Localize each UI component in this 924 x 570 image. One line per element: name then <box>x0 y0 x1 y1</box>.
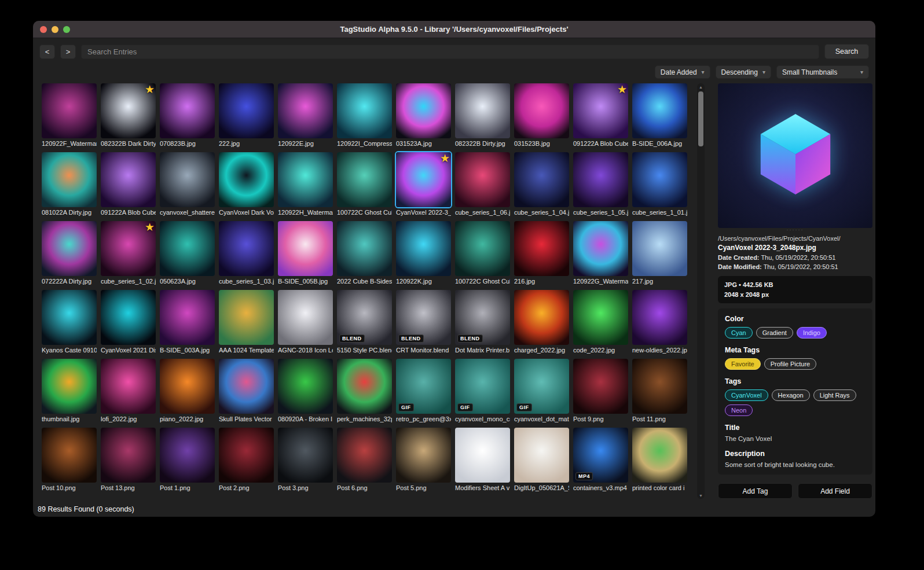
thumbnail-image[interactable] <box>573 152 628 207</box>
tag-pill[interactable]: Hexagon <box>772 389 810 401</box>
close-button[interactable] <box>40 26 47 33</box>
grid-item[interactable]: 050623A.jpg <box>160 221 215 285</box>
thumbnail-image[interactable] <box>278 152 333 207</box>
thumbnail-image[interactable] <box>455 428 510 483</box>
thumbnail-image[interactable] <box>337 83 392 138</box>
thumbnail-image[interactable]: BLEND <box>455 290 510 345</box>
search-input[interactable] <box>81 45 819 59</box>
minimize-button[interactable] <box>52 26 58 33</box>
grid-item[interactable]: CyanVoxel 2021 Dis <box>101 290 156 354</box>
thumbnail-image[interactable] <box>573 359 628 414</box>
sort-order-dropdown[interactable]: Descending ▾ <box>716 65 771 79</box>
thumbnail-image[interactable] <box>278 221 333 276</box>
grid-item[interactable]: new-oldies_2022.jp <box>632 290 687 354</box>
grid-item[interactable]: 216.jpg <box>514 221 569 285</box>
grid-item[interactable]: 2022 Cube B-Sides <box>337 221 392 285</box>
grid-item[interactable]: 031523A.jpg <box>396 83 451 147</box>
grid-item[interactable]: ★082322B Dark Dirty <box>101 83 156 147</box>
grid-item[interactable]: Post 5.png <box>396 428 451 491</box>
thumbnail-image[interactable]: GIF <box>396 359 451 414</box>
grid-item[interactable]: Post 6.png <box>337 428 392 491</box>
scrollbar-thumb[interactable] <box>698 91 703 146</box>
thumbnail-image[interactable]: BLEND <box>396 290 451 345</box>
thumbnail-image[interactable] <box>101 152 156 207</box>
thumbnail-image[interactable] <box>514 290 569 345</box>
thumbnail-image[interactable] <box>455 83 510 138</box>
grid-item[interactable]: code_2022.jpg <box>573 290 628 354</box>
thumbnail-image[interactable] <box>42 221 97 276</box>
grid-item[interactable]: BLENDDot Matrix Printer.b <box>455 290 510 354</box>
grid-item[interactable]: 100722C Ghost Cube <box>337 152 392 216</box>
thumbnail-image[interactable] <box>396 83 451 138</box>
thumbnail-image[interactable] <box>337 359 392 414</box>
tag-pill[interactable]: CyanVoxel <box>725 389 768 401</box>
scrollbar[interactable]: ▲ ▼ <box>697 83 705 499</box>
thumbnail-image[interactable] <box>632 359 687 414</box>
thumbnail-image[interactable]: ★ <box>396 152 451 207</box>
grid-item[interactable]: piano_2022.jpg <box>160 359 215 422</box>
thumbnail-image[interactable]: MP4 <box>573 428 628 483</box>
thumbnail-image[interactable] <box>337 428 392 483</box>
grid-item[interactable]: cube_series_1_05.jpg <box>573 152 628 216</box>
tag-pill[interactable]: Profile Picture <box>764 358 816 370</box>
grid-item[interactable]: BLENDCRT Monitor.blend <box>396 290 451 354</box>
thumbnail-image[interactable] <box>573 221 628 276</box>
thumbnail-image[interactable] <box>278 428 333 483</box>
grid-item[interactable]: cube_series_1_04.jpg <box>514 152 569 216</box>
grid-item[interactable]: 217.jpg <box>632 221 687 285</box>
grid-item[interactable]: 120922K.jpg <box>396 221 451 285</box>
grid-item[interactable]: printed color card i <box>632 428 687 491</box>
thumbnail-image[interactable] <box>219 290 274 345</box>
grid-item[interactable]: 222.jpg <box>219 83 274 147</box>
thumbnail-image[interactable] <box>573 290 628 345</box>
thumbnail-image[interactable] <box>278 290 333 345</box>
grid-item[interactable]: cyanvoxel_shattered <box>160 152 215 216</box>
grid-item[interactable]: ★CyanVoxel 2022-3_ <box>396 152 451 216</box>
grid-item[interactable]: AGNC-2018 Icon Lo <box>278 290 333 354</box>
tag-pill[interactable]: Gradient <box>756 327 793 339</box>
thumbnail-image[interactable]: BLEND <box>337 290 392 345</box>
grid-item[interactable]: Post 1.png <box>160 428 215 491</box>
thumbnail-image[interactable] <box>42 359 97 414</box>
tag-pill[interactable]: Light Rays <box>813 389 856 401</box>
thumbnail-image[interactable]: ★ <box>101 83 156 138</box>
tag-pill[interactable]: Favorite <box>725 358 761 370</box>
tag-pill[interactable]: Indigo <box>797 327 827 339</box>
thumbnail-image[interactable] <box>632 428 687 483</box>
grid-item[interactable]: ★091222A Blob Cube <box>573 83 628 147</box>
preview-image[interactable] <box>718 83 872 228</box>
grid-item[interactable]: ★cube_series_1_02.jpg <box>101 221 156 285</box>
grid-item[interactable]: charged_2022.jpg <box>514 290 569 354</box>
thumbnail-size-dropdown[interactable]: Small Thumbnails ▾ <box>776 65 869 79</box>
thumbnail-image[interactable] <box>337 221 392 276</box>
grid-item[interactable]: B-SIDE_003A.jpg <box>160 290 215 354</box>
grid-item[interactable]: B-SIDE_006A.jpg <box>632 83 687 147</box>
grid-item[interactable]: Kyanos Caste 0910 <box>42 290 97 354</box>
back-button[interactable]: < <box>39 45 55 59</box>
thumbnail-image[interactable]: GIF <box>455 359 510 414</box>
grid-item[interactable]: 100722C Ghost Cube <box>455 221 510 285</box>
grid-item[interactable]: 081022A Dirty.jpg <box>42 152 97 216</box>
thumbnail-image[interactable] <box>396 428 451 483</box>
grid-item[interactable]: 080920A - Broken I <box>278 359 333 422</box>
thumbnail-image[interactable] <box>219 428 274 483</box>
grid-item[interactable]: 120922F_Watermark <box>42 83 97 147</box>
thumbnail-image[interactable] <box>160 428 215 483</box>
grid-item[interactable]: CyanVoxel Dark Vox <box>219 152 274 216</box>
thumbnail-image[interactable] <box>42 428 97 483</box>
grid-item[interactable]: BLEND5150 Style PC.blend <box>337 290 392 354</box>
forward-button[interactable]: > <box>60 45 76 59</box>
grid-item[interactable]: Post 2.png <box>219 428 274 491</box>
thumbnail-image[interactable]: GIF <box>514 359 569 414</box>
add-tag-button[interactable]: Add Tag <box>718 483 793 499</box>
thumbnail-image[interactable] <box>455 152 510 207</box>
thumbnail-image[interactable] <box>337 152 392 207</box>
thumbnail-image[interactable] <box>160 152 215 207</box>
add-field-button[interactable]: Add Field <box>798 483 872 499</box>
thumbnail-image[interactable] <box>160 83 215 138</box>
grid-item[interactable]: MP4containers_v3.mp4 <box>573 428 628 491</box>
grid-item[interactable]: 070823B.jpg <box>160 83 215 147</box>
thumbnail-image[interactable] <box>219 221 274 276</box>
grid-item[interactable]: cube_series_1_06.jpg <box>455 152 510 216</box>
grid-item[interactable]: 120922H_Watermark <box>278 152 333 216</box>
